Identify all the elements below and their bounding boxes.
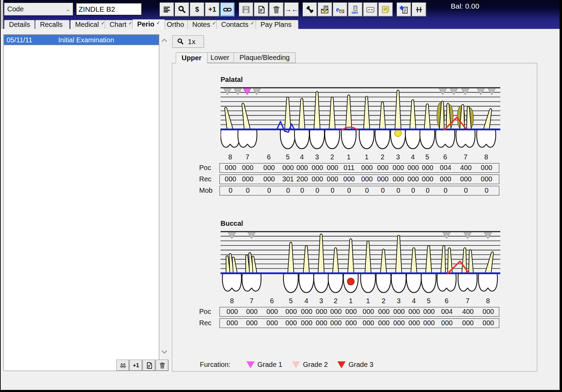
perio-value-cell[interactable]: 000 — [479, 308, 498, 316]
perio-value-cell[interactable]: 000 — [456, 175, 476, 183]
perio-value-cell[interactable]: 000 — [418, 164, 437, 172]
toolbar-dollar-button[interactable]: $ — [190, 2, 204, 17]
tab-label: Perio — [137, 20, 154, 28]
perio-value-cell[interactable]: 000 — [259, 164, 279, 172]
row-label: Rec — [199, 175, 217, 183]
toolbar-link-button[interactable] — [220, 2, 235, 17]
value-box: 0000000000000000 — [219, 186, 499, 195]
perio-value-cell[interactable]: 000 — [259, 175, 279, 183]
perio-value-cell[interactable]: 000 — [477, 164, 496, 172]
toolbar-email-button[interactable]: e — [333, 2, 347, 17]
toolbar-print-button[interactable] — [254, 2, 268, 17]
toolbar-save-button[interactable] — [239, 2, 253, 17]
perio-value-cell[interactable]: 400 — [456, 164, 476, 172]
perio-value-cell[interactable]: 000 — [458, 319, 478, 327]
toolbar-mail-print-button[interactable] — [318, 2, 332, 17]
patient-name-field[interactable] — [76, 3, 142, 15]
toolbar-search-button[interactable] — [175, 2, 189, 17]
tab-notes[interactable]: Notes✓ — [187, 20, 221, 29]
view-tab-plaque-bleeding[interactable]: Plaque/Bleeding — [234, 52, 296, 63]
chevron-down-icon: ⌄ — [65, 6, 70, 12]
tab-medical[interactable]: Medical✓ — [70, 20, 110, 29]
list-print-button[interactable] — [143, 360, 155, 371]
perio-value-cell[interactable]: 0 — [259, 187, 279, 194]
list-delete-button[interactable] — [156, 360, 168, 371]
phone-icon — [305, 5, 314, 14]
perio-value-cell[interactable]: 000 — [339, 175, 359, 183]
toolbar-phone-button[interactable] — [303, 2, 317, 17]
tab-perio[interactable]: Perio✓ — [132, 19, 165, 29]
palatal-rec-row: Rec0000000003012000000000000000000000000… — [221, 174, 500, 184]
tooth-number: 1 — [342, 297, 359, 305]
perio-value-cell[interactable]: 0 — [221, 187, 240, 194]
tab-checkmark-icon: ✓ — [212, 21, 216, 26]
perio-value-cell[interactable]: 011 — [339, 164, 359, 172]
zoom-button[interactable]: 1x — [172, 35, 204, 48]
view-tab-upper[interactable]: Upper — [176, 52, 207, 63]
perio-value-cell[interactable]: 0 — [238, 187, 257, 194]
perio-value-cell[interactable]: 000 — [436, 175, 455, 183]
perio-value-cell[interactable]: 000 — [238, 164, 257, 172]
perio-value-cell[interactable]: 0 — [418, 187, 437, 194]
perio-value-cell[interactable]: 000 — [221, 175, 240, 183]
perio-value-cell[interactable]: 000 — [223, 308, 242, 316]
code-dropdown[interactable]: Code ⌄ — [4, 3, 73, 15]
toolbar-plus-one-button[interactable]: +1 — [205, 2, 219, 17]
tab-checkmark-icon: ✓ — [101, 21, 105, 26]
tooth-number: 6 — [263, 297, 280, 305]
scroll-down-icon[interactable] — [160, 348, 168, 356]
toolbar-claim-button[interactable] — [412, 2, 426, 17]
perio-value-cell[interactable]: 000 — [221, 164, 240, 172]
perio-value-cell[interactable]: 0 — [339, 187, 359, 194]
perio-value-cell[interactable]: 0 — [477, 187, 496, 194]
exam-list: 05/11/11Initial Examination — [3, 34, 159, 371]
perio-value-cell[interactable]: 000 — [238, 175, 257, 183]
tab-recalls[interactable]: Recalls — [35, 20, 70, 29]
toolbar-add-document-button[interactable] — [397, 2, 411, 17]
perio-value-cell[interactable]: 004 — [437, 308, 457, 316]
perio-value-cell[interactable]: 000 — [223, 319, 242, 327]
perio-value-cell[interactable]: 000 — [242, 308, 262, 316]
tab-label: Details — [9, 21, 30, 29]
tab-pay-plans[interactable]: Pay Plans — [256, 20, 298, 29]
perio-value-cell[interactable]: 000 — [242, 319, 262, 327]
value-box: 0000000000000000000000000000000000000000… — [219, 307, 499, 317]
perio-value-cell[interactable]: 000 — [437, 319, 457, 327]
perio-value-cell[interactable]: 004 — [436, 164, 455, 172]
toolbar-delete-button[interactable] — [269, 2, 284, 17]
tab-label: Notes — [192, 21, 210, 29]
perio-value-cell[interactable]: 000 — [477, 175, 496, 183]
perio-value-cell[interactable]: 000 — [263, 319, 282, 327]
toolbar-note-button[interactable] — [378, 2, 393, 17]
tab-contacts[interactable]: Contacts✓ — [216, 20, 259, 29]
perio-value-cell[interactable]: 000 — [341, 308, 361, 316]
perio-value-cell[interactable]: 000 — [341, 319, 361, 327]
value-box: 0000000000000000000000000000000000000000… — [219, 318, 499, 328]
toolbar-sms-button[interactable]: SMS — [348, 2, 362, 17]
perio-value-cell[interactable]: 000 — [479, 319, 498, 327]
list-perio-exam-button[interactable] — [116, 360, 129, 371]
tooth-number: 6 — [438, 297, 455, 305]
toolbar-align-left-button[interactable] — [160, 2, 174, 17]
scroll-up-icon[interactable] — [160, 36, 168, 45]
toolbar-collapse-button[interactable]: →← — [284, 2, 299, 17]
perio-value-cell[interactable]: 000 — [263, 308, 282, 316]
window-frame-edge — [1, 0, 3, 29]
perio-value-cell[interactable]: 000 — [419, 319, 439, 327]
perio-value-cell[interactable]: 000 — [419, 308, 439, 316]
exam-title: Initial Examination — [58, 36, 114, 44]
view-tab-lower[interactable]: Lower — [205, 52, 235, 63]
perio-value-cell[interactable]: 400 — [458, 308, 478, 316]
perio-value-cell[interactable]: 000 — [418, 175, 437, 183]
tooth-number: 7 — [457, 153, 474, 161]
toolbar-card-button[interactable] — [363, 2, 378, 17]
tooth-number: 1 — [340, 153, 357, 161]
tab-ortho[interactable]: Ortho — [162, 20, 189, 29]
tab-details[interactable]: Details — [4, 20, 35, 29]
perio-value-cell[interactable]: 0 — [456, 187, 476, 194]
list-plus-one-button[interactable]: +1 — [130, 360, 142, 371]
svg-text:e: e — [336, 5, 339, 13]
tab-label: Pay Plans — [260, 21, 292, 29]
exam-list-item[interactable]: 05/11/11Initial Examination — [4, 35, 159, 45]
perio-value-cell[interactable]: 0 — [436, 187, 455, 194]
